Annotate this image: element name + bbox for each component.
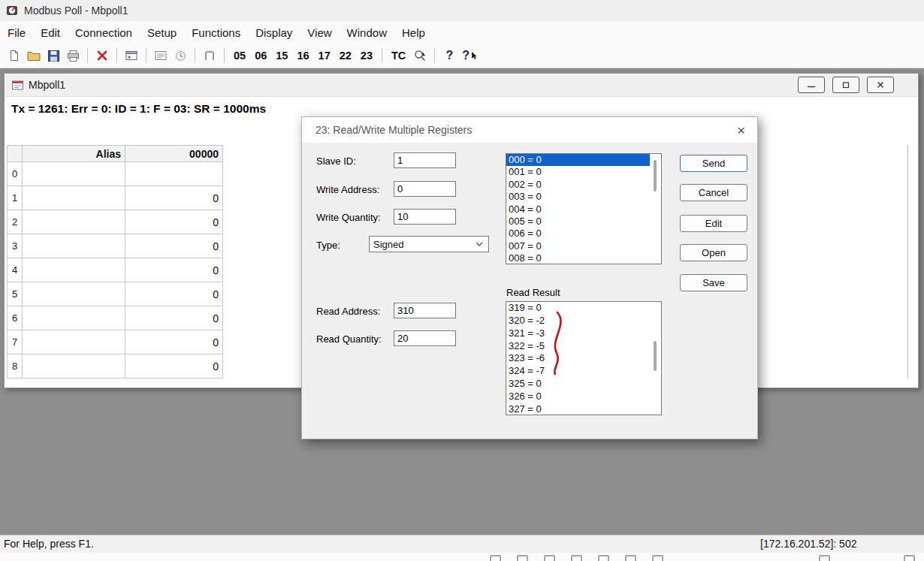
read-quantity-input[interactable]	[394, 330, 456, 346]
function-23-button[interactable]: 23	[357, 46, 376, 65]
taskbar-icon[interactable]	[517, 555, 528, 561]
taskbar-icon[interactable]	[598, 555, 609, 561]
test-center-button[interactable]: TC	[388, 46, 409, 65]
read-list-item[interactable]: 327 = 0	[506, 403, 650, 415]
menu-help[interactable]: Help	[394, 23, 433, 42]
taskbar-icon[interactable]	[625, 555, 636, 561]
cancel-button[interactable]: Cancel	[680, 184, 747, 201]
function-05-button[interactable]: 05	[230, 46, 249, 65]
slave-id-input[interactable]	[394, 152, 456, 168]
open-file-button[interactable]	[25, 46, 43, 65]
cancel-poll-button[interactable]	[93, 46, 111, 65]
menu-window[interactable]: Window	[340, 23, 394, 42]
child-window-title: Mbpoll1	[29, 79, 65, 91]
value-cell-0[interactable]: 3	[125, 162, 223, 186]
read-list-item[interactable]: 321 = -3	[506, 327, 650, 340]
menu-connection[interactable]: Connection	[68, 23, 140, 42]
new-file-button[interactable]	[5, 46, 23, 65]
read-list-item[interactable]: 324 = -7	[506, 365, 650, 378]
alias-cell-8[interactable]	[23, 354, 125, 379]
write-list-item[interactable]: 003 = 0	[506, 191, 650, 203]
read-list-item[interactable]: 323 = -6	[506, 352, 650, 365]
write-list-item[interactable]: 001 = 0	[506, 166, 650, 178]
read-list-scrollbar-thumb[interactable]	[654, 341, 657, 371]
alias-cell-3[interactable]	[23, 234, 125, 258]
value-cell-7[interactable]: 0	[125, 330, 223, 354]
alias-cell-6[interactable]	[23, 306, 125, 330]
taskbar-icon[interactable]	[652, 555, 663, 561]
zoom-button[interactable]	[411, 46, 429, 65]
send-button[interactable]: Send	[680, 155, 747, 172]
save-dialog-button[interactable]: Save	[680, 274, 747, 291]
help-button[interactable]: ?	[440, 46, 458, 65]
function-17-button[interactable]: 17	[315, 46, 334, 65]
type-select[interactable]: Signed	[369, 236, 489, 252]
menu-setup[interactable]: Setup	[140, 23, 184, 42]
read-list-item[interactable]: 320 = -2	[506, 315, 650, 327]
write-list-item[interactable]: 004 = 0	[506, 204, 650, 216]
mbpoll1-titlebar[interactable]: Mbpoll1	[5, 74, 918, 97]
edit-button[interactable]: Edit	[680, 215, 747, 232]
dialog-close-icon[interactable]: ×	[737, 123, 745, 137]
alias-cell-0[interactable]	[23, 162, 125, 186]
value-cell-5[interactable]: 0	[125, 282, 223, 306]
menu-display[interactable]: Display	[248, 23, 300, 42]
value-cell-4[interactable]: 0	[125, 258, 223, 282]
alias-cell-1[interactable]	[23, 186, 125, 210]
minimize-button[interactable]	[798, 77, 825, 93]
save-button[interactable]	[44, 46, 62, 65]
read-list-item[interactable]: 325 = 0	[506, 378, 650, 391]
open-button[interactable]: Open	[680, 244, 747, 261]
write-list-item[interactable]: 006 = 0	[506, 228, 650, 240]
clock-button[interactable]	[171, 46, 189, 65]
alias-cell-4[interactable]	[23, 258, 125, 282]
write-quantity-input[interactable]	[394, 209, 456, 225]
menu-functions[interactable]: Functions	[184, 23, 248, 42]
function-06-button[interactable]: 06	[251, 46, 270, 65]
toolbar: 05 06 15 16 17 22 23 TC ? ?	[0, 44, 924, 68]
write-list-item[interactable]: 007 = 0	[506, 240, 650, 252]
grid-row-8: 8 0	[8, 354, 223, 379]
app-icon	[6, 5, 18, 17]
write-list-item[interactable]: 008 = 0	[506, 252, 650, 264]
write-address-input[interactable]	[394, 181, 456, 197]
read-address-input[interactable]	[394, 303, 456, 318]
value-cell-2[interactable]: 0	[125, 210, 223, 234]
alias-cell-5[interactable]	[23, 282, 125, 306]
dialog-titlebar[interactable]: 23: Read/Write Multiple Registers ×	[302, 117, 757, 143]
write-list-scrollbar-thumb[interactable]	[654, 160, 657, 192]
write-list-item[interactable]: 000 = 0	[506, 154, 650, 166]
write-list-item[interactable]: 005 = 0	[506, 216, 650, 228]
poll-definition-button[interactable]	[152, 46, 170, 65]
save-icon	[48, 50, 59, 62]
restore-button[interactable]	[832, 77, 859, 93]
grid-scrollbar[interactable]	[907, 145, 908, 379]
menu-file[interactable]: File	[0, 23, 33, 42]
read-list-item[interactable]: 326 = 0	[506, 391, 650, 403]
taskbar-icon[interactable]	[819, 555, 830, 561]
junction-button[interactable]	[201, 46, 219, 65]
value-cell-6[interactable]: 0	[125, 306, 223, 330]
display-setup-button[interactable]	[122, 46, 140, 65]
function-15-button[interactable]: 15	[272, 46, 291, 65]
function-22-button[interactable]: 22	[336, 46, 355, 65]
value-cell-3[interactable]: 0	[125, 234, 223, 258]
taskbar-icon[interactable]	[544, 555, 555, 561]
write-list-item[interactable]: 002 = 0	[506, 179, 650, 191]
value-cell-1[interactable]: 0	[125, 186, 223, 210]
menu-edit[interactable]: Edit	[33, 23, 68, 42]
close-button[interactable]	[867, 77, 894, 93]
toolbar-separator	[116, 48, 117, 63]
function-16-button[interactable]: 16	[293, 46, 313, 65]
menu-view[interactable]: View	[300, 23, 339, 42]
print-button[interactable]	[64, 46, 82, 65]
taskbar-icon[interactable]	[490, 555, 501, 561]
value-cell-8[interactable]: 0	[125, 354, 223, 379]
alias-cell-2[interactable]	[23, 210, 125, 234]
context-help-button[interactable]: ?	[460, 46, 480, 65]
read-list-item[interactable]: 319 = 0	[506, 302, 650, 315]
taskbar-tray-icon[interactable]	[904, 555, 915, 561]
read-list-item[interactable]: 322 = -5	[506, 340, 650, 353]
alias-cell-7[interactable]	[23, 330, 125, 354]
taskbar-icon[interactable]	[571, 555, 582, 561]
